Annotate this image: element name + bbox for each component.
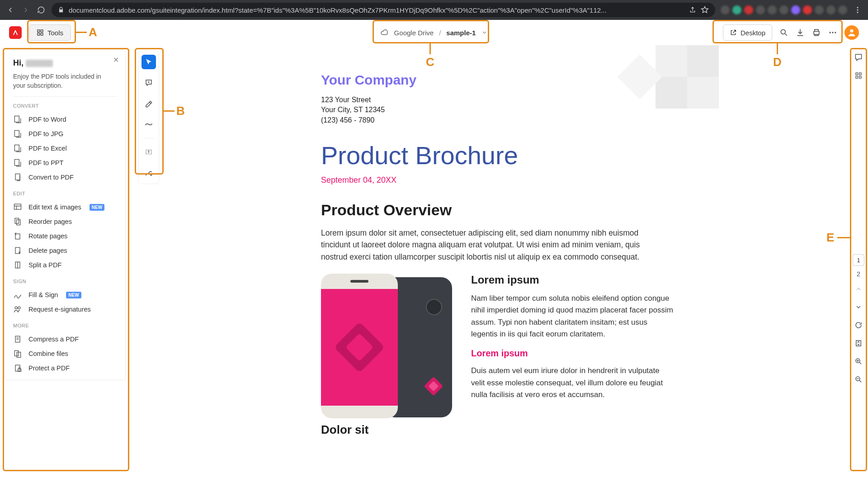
- zoom-in-icon[interactable]: [852, 355, 865, 368]
- rotate-view-icon[interactable]: [852, 318, 865, 332]
- quick-tools-strip: [138, 51, 159, 184]
- chevron-up-icon[interactable]: [852, 282, 865, 296]
- group-heading-convert: CONVERT: [13, 103, 117, 109]
- page-indicator-other[interactable]: 2: [857, 270, 860, 278]
- svg-rect-4: [41, 30, 43, 32]
- tool-delete-pages[interactable]: Delete pages: [13, 243, 117, 258]
- svg-point-24: [15, 307, 17, 309]
- document-viewport[interactable]: Your Company 123 Your Street Your City, …: [267, 45, 719, 478]
- grid-icon: [37, 29, 44, 36]
- zoom-out-icon[interactable]: [852, 373, 865, 386]
- svg-point-0: [857, 7, 859, 8]
- comment-tool[interactable]: [142, 76, 156, 90]
- tool-compress[interactable]: Compress a PDF: [13, 332, 117, 346]
- reload-icon[interactable]: [36, 5, 46, 15]
- chevron-down-icon[interactable]: [481, 29, 487, 36]
- tool-pdf-to-word[interactable]: PDF to Word: [13, 112, 117, 127]
- doc-date: September 04, 20XX: [321, 175, 674, 185]
- doc-section2-heading: Lorem ipsum: [471, 348, 674, 359]
- open-desktop-label: Desktop: [741, 29, 765, 37]
- share-icon[interactable]: [689, 6, 696, 14]
- download-icon[interactable]: [796, 28, 805, 37]
- tool-rotate-pages[interactable]: Rotate pages: [13, 229, 117, 243]
- svg-rect-17: [15, 174, 20, 180]
- tool-pdf-to-excel[interactable]: PDF to Excel: [13, 141, 117, 156]
- tool-pdf-to-ppt[interactable]: PDF to PPT: [13, 156, 117, 170]
- fit-page-icon[interactable]: [852, 336, 865, 350]
- extension-icons: [721, 5, 847, 14]
- browser-chrome-bar: documentcloud.adobe.com/gsuiteintegratio…: [0, 0, 868, 20]
- svg-rect-20: [17, 220, 20, 225]
- svg-rect-28: [17, 352, 20, 358]
- tools-panel: ✕ Hi, Enjoy the PDF tools included in yo…: [5, 50, 126, 380]
- group-heading-sign: SIGN: [13, 279, 117, 284]
- doc-section1-text: Nam liber tempor cum soluta nobis eleife…: [471, 293, 674, 340]
- external-icon: [730, 29, 737, 36]
- tools-button[interactable]: Tools: [29, 24, 71, 41]
- search-icon[interactable]: [779, 28, 788, 37]
- doc-heading-overview: Product Overview: [321, 201, 674, 219]
- greeting: Hi,: [13, 58, 117, 68]
- comments-panel-icon[interactable]: [852, 51, 865, 64]
- acrobat-app: Tools Google Drive / sample-1 Desktop ✕ …: [0, 20, 868, 478]
- svg-rect-14: [14, 131, 19, 137]
- url-text: documentcloud.adobe.com/gsuiteintegratio…: [69, 6, 684, 14]
- print-icon[interactable]: [812, 28, 821, 37]
- svg-rect-8: [814, 32, 819, 35]
- svg-point-2: [857, 12, 859, 13]
- erase-tool[interactable]: [142, 166, 156, 180]
- tool-split-pdf[interactable]: Split a PDF: [13, 258, 117, 272]
- thumbnails-icon[interactable]: [852, 69, 865, 82]
- close-icon[interactable]: ✕: [113, 56, 119, 64]
- user-avatar[interactable]: [844, 25, 859, 40]
- highlight-tool[interactable]: [142, 96, 156, 111]
- svg-point-32: [151, 174, 152, 175]
- forward-icon[interactable]: [21, 5, 31, 15]
- svg-rect-19: [15, 218, 19, 224]
- adobe-logo[interactable]: [9, 26, 22, 39]
- textbox-tool[interactable]: [142, 145, 156, 159]
- tool-combine[interactable]: Combine files: [13, 346, 117, 361]
- breadcrumb: Google Drive / sample-1: [381, 28, 488, 37]
- svg-point-12: [850, 29, 853, 33]
- tool-edit-text-images[interactable]: Edit text & imagesNEW: [13, 200, 117, 214]
- chrome-menu-icon[interactable]: [853, 5, 863, 15]
- back-icon[interactable]: [5, 5, 15, 15]
- greeting-subtitle: Enjoy the PDF tools included in your sub…: [13, 72, 117, 90]
- tool-request-esign[interactable]: Request e-signatures: [13, 302, 117, 317]
- tool-protect[interactable]: Protect a PDF: [13, 361, 117, 375]
- svg-rect-35: [856, 76, 858, 79]
- divider: [13, 96, 117, 97]
- star-icon[interactable]: [701, 6, 709, 14]
- open-desktop-button[interactable]: Desktop: [723, 24, 772, 41]
- chevron-down-icon[interactable]: [852, 300, 865, 314]
- draw-tool[interactable]: [142, 117, 156, 132]
- svg-rect-15: [14, 145, 19, 151]
- breadcrumb-file[interactable]: sample-1: [446, 29, 476, 37]
- svg-point-9: [830, 32, 831, 33]
- tool-convert-to-pdf[interactable]: Convert to PDF: [13, 170, 117, 185]
- breadcrumb-source[interactable]: Google Drive: [394, 29, 434, 37]
- page-indicator-current[interactable]: 1: [853, 254, 864, 266]
- app-header: Tools Google Drive / sample-1 Desktop: [0, 20, 868, 45]
- svg-rect-29: [15, 365, 20, 371]
- tool-pdf-to-jpg[interactable]: PDF to JPG: [13, 127, 117, 141]
- doc-section1-heading: Lorem ipsum: [471, 274, 674, 286]
- lock-icon: [58, 7, 64, 13]
- svg-rect-5: [38, 33, 40, 35]
- tool-fill-sign[interactable]: Fill & SignNEW: [13, 288, 117, 302]
- pdf-page: Your Company 123 Your Street Your City, …: [267, 45, 719, 437]
- svg-point-1: [857, 9, 859, 11]
- svg-point-7: [781, 29, 785, 34]
- svg-point-25: [18, 307, 20, 309]
- tools-button-label: Tools: [47, 29, 63, 37]
- address-bar[interactable]: documentcloud.adobe.com/gsuiteintegratio…: [52, 3, 715, 17]
- group-heading-more: MORE: [13, 323, 117, 328]
- select-tool[interactable]: [142, 55, 156, 69]
- tool-reorder-pages[interactable]: Reorder pages: [13, 214, 117, 229]
- more-icon[interactable]: [828, 28, 837, 37]
- right-rail: 1 2: [849, 45, 868, 478]
- svg-rect-13: [14, 116, 19, 122]
- svg-rect-34: [859, 73, 862, 75]
- doc-section2-text: Duis autem vel eum iriure dolor in hendr…: [471, 365, 674, 401]
